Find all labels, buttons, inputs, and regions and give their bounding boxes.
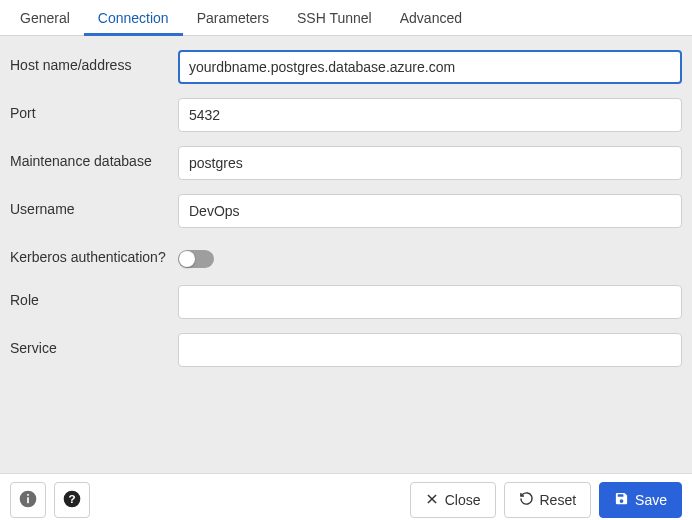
tab-connection[interactable]: Connection <box>84 0 183 35</box>
reset-button[interactable]: Reset <box>504 482 592 518</box>
reset-button-label: Reset <box>540 492 577 508</box>
close-button-label: Close <box>445 492 481 508</box>
tab-general[interactable]: General <box>6 0 84 35</box>
svg-rect-2 <box>27 494 29 496</box>
service-label: Service <box>10 333 178 358</box>
info-button[interactable] <box>10 482 46 518</box>
close-button[interactable]: Close <box>410 482 496 518</box>
footer-bar: ? Close Reset Save <box>0 474 692 520</box>
save-button-label: Save <box>635 492 667 508</box>
reset-icon <box>519 491 534 509</box>
kerberos-toggle[interactable] <box>178 250 214 268</box>
username-label: Username <box>10 194 178 219</box>
host-input[interactable] <box>178 50 682 84</box>
tab-ssh-tunnel[interactable]: SSH Tunnel <box>283 0 386 35</box>
tab-advanced[interactable]: Advanced <box>386 0 476 35</box>
username-input[interactable] <box>178 194 682 228</box>
service-input[interactable] <box>178 333 682 367</box>
save-icon <box>614 491 629 509</box>
help-button[interactable]: ? <box>54 482 90 518</box>
svg-text:?: ? <box>68 492 75 505</box>
save-button[interactable]: Save <box>599 482 682 518</box>
kerberos-label: Kerberos authentication? <box>10 242 178 267</box>
maintenance-db-label: Maintenance database <box>10 146 178 171</box>
port-label: Port <box>10 98 178 123</box>
role-label: Role <box>10 285 178 310</box>
close-icon <box>425 492 439 509</box>
question-icon: ? <box>62 489 82 512</box>
toggle-knob <box>179 251 195 267</box>
svg-rect-1 <box>27 497 29 503</box>
maintenance-db-input[interactable] <box>178 146 682 180</box>
role-input[interactable] <box>178 285 682 319</box>
host-label: Host name/address <box>10 50 178 75</box>
tab-bar: General Connection Parameters SSH Tunnel… <box>0 0 692 36</box>
port-input[interactable] <box>178 98 682 132</box>
tab-parameters[interactable]: Parameters <box>183 0 283 35</box>
connection-form: Host name/address Port Maintenance datab… <box>0 36 692 474</box>
info-icon <box>18 489 38 512</box>
